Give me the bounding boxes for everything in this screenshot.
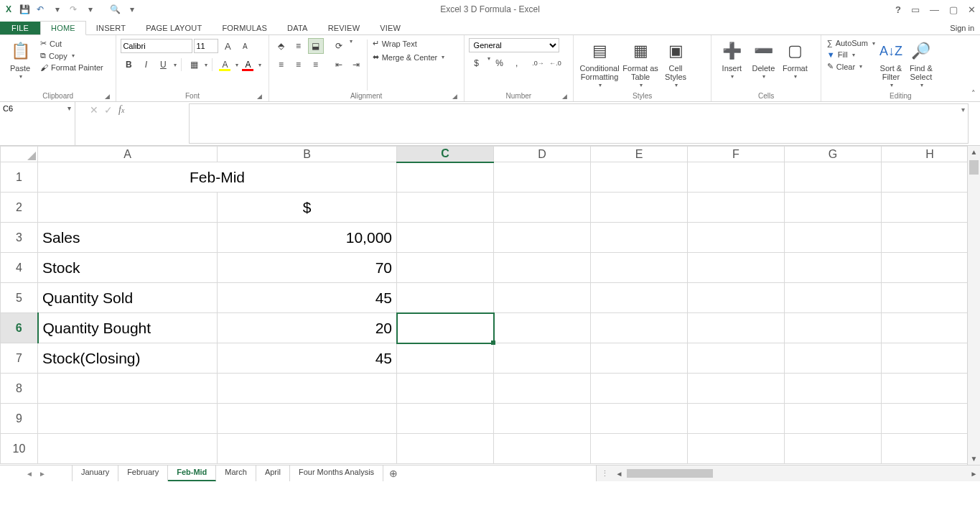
cell-G9[interactable] [785, 404, 882, 434]
wrap-text-button[interactable]: ↵ Wrap Text [370, 38, 447, 49]
cell-D3[interactable] [494, 223, 591, 253]
cell-E1[interactable] [591, 162, 688, 193]
cell-H4[interactable] [882, 253, 979, 283]
tab-page-layout[interactable]: PAGE LAYOUT [136, 22, 212, 34]
cell-C2[interactable] [397, 193, 494, 223]
number-launcher-icon[interactable]: ◢ [560, 93, 569, 101]
row-header-3[interactable]: 3 [1, 223, 38, 253]
cell-E9[interactable] [591, 404, 688, 434]
copy-dropdown-icon[interactable]: ▾ [72, 52, 75, 59]
row-header-4[interactable]: 4 [1, 253, 38, 283]
clipboard-launcher-icon[interactable]: ◢ [103, 93, 111, 101]
horizontal-scroll-track[interactable] [625, 469, 968, 478]
cell-E2[interactable] [591, 193, 688, 223]
clear-button[interactable]: ✎ Clear ▾ [826, 61, 877, 72]
font-size-combo[interactable] [194, 39, 218, 53]
col-header-C[interactable]: C [397, 147, 494, 162]
cell-D10[interactable] [494, 434, 591, 464]
find-select-button[interactable]: 🔎 Find & Select▾ [905, 38, 937, 90]
cell-G10[interactable] [785, 434, 882, 464]
cell-F10[interactable] [688, 434, 785, 464]
name-box[interactable]: ▾ [0, 102, 75, 145]
cell-E5[interactable] [591, 283, 688, 313]
tab-view[interactable]: VIEW [370, 22, 411, 34]
orientation-icon[interactable]: ⟳ [331, 38, 347, 54]
alignment-launcher-icon[interactable]: ◢ [451, 93, 459, 101]
align-right-icon[interactable]: ≡ [308, 57, 324, 73]
row-header-1[interactable]: 1 [1, 162, 38, 193]
cell-B2[interactable]: $ [218, 193, 397, 223]
tab-home[interactable]: HOME [40, 21, 86, 35]
insert-cells-button[interactable]: ➕ Insert▾ [716, 38, 747, 81]
font-launcher-icon[interactable]: ◢ [256, 93, 264, 101]
undo-icon[interactable]: ↶ [34, 4, 46, 15]
new-sheet-button[interactable]: ⊕ [383, 465, 403, 481]
cell-B5[interactable]: 45 [218, 283, 397, 313]
align-left-icon[interactable]: ≡ [274, 57, 289, 73]
decrease-indent-icon[interactable]: ⇤ [331, 57, 347, 73]
cell-D5[interactable] [494, 283, 591, 313]
sign-in-link[interactable]: Sign in [950, 24, 974, 32]
cell-E4[interactable] [591, 253, 688, 283]
cell-A3[interactable]: Sales [38, 223, 218, 253]
horizontal-scroll-thumb[interactable] [627, 469, 713, 478]
increase-indent-icon[interactable]: ⇥ [348, 57, 364, 73]
increase-font-icon[interactable]: A [220, 38, 235, 54]
vertical-scroll-thumb[interactable] [969, 160, 979, 175]
sheet-tab-four-months-analysis[interactable]: Four Months Analysis [290, 465, 383, 481]
qat-customize-icon[interactable]: ▾ [126, 4, 138, 15]
row-header-10[interactable]: 10 [1, 434, 38, 464]
tab-file[interactable]: FILE [0, 22, 40, 34]
cell-H2[interactable] [882, 193, 979, 223]
sheet-tab-feb-mid[interactable]: Feb-Mid [168, 465, 216, 481]
cell-F3[interactable] [688, 223, 785, 253]
cell-G2[interactable] [785, 193, 882, 223]
tab-data[interactable]: DATA [277, 22, 318, 34]
cell-G5[interactable] [785, 283, 882, 313]
paste-dropdown-icon[interactable]: ▾ [19, 73, 22, 81]
cell-A10[interactable] [38, 434, 218, 464]
cell-B4[interactable]: 70 [218, 253, 397, 283]
borders-button[interactable]: ▦ [186, 57, 202, 73]
col-header-H[interactable]: H [882, 147, 979, 162]
comma-format-button[interactable]: , [509, 55, 525, 71]
accounting-dropdown-icon[interactable]: ▾ [487, 55, 490, 71]
row-header-7[interactable]: 7 [1, 343, 38, 374]
cell-H8[interactable] [882, 374, 979, 404]
cell-G3[interactable] [785, 223, 882, 253]
tab-nav-next-icon[interactable]: ► [39, 470, 46, 478]
cell-B3[interactable]: 10,000 [218, 223, 397, 253]
cell-D8[interactable] [494, 374, 591, 404]
merge-center-button[interactable]: ⬌ Merge & Center ▾ [370, 52, 447, 62]
cell-G6[interactable] [785, 313, 882, 343]
minimize-icon[interactable]: — [930, 4, 939, 15]
cell-E7[interactable] [591, 343, 688, 374]
cell-A5[interactable]: Quantity Sold [38, 283, 218, 313]
cell-D7[interactable] [494, 343, 591, 374]
accounting-format-button[interactable]: $ [469, 55, 485, 71]
col-header-F[interactable]: F [688, 147, 785, 162]
font-color-button[interactable]: A [240, 57, 256, 73]
row-header-5[interactable]: 5 [1, 283, 38, 313]
tab-formulas[interactable]: FORMULAS [212, 22, 277, 34]
cancel-formula-icon[interactable]: ✕ [90, 104, 98, 116]
cell-G7[interactable] [785, 343, 882, 374]
cut-button[interactable]: ✂ Cut [39, 38, 105, 49]
close-icon[interactable]: ✕ [968, 4, 976, 15]
tab-split-handle[interactable]: ⋮ [597, 469, 613, 478]
borders-dropdown-icon[interactable]: ▾ [205, 62, 207, 68]
cell-H3[interactable] [882, 223, 979, 253]
cell-H7[interactable] [882, 343, 979, 374]
name-box-dropdown-icon[interactable]: ▾ [63, 102, 75, 112]
cell-G4[interactable] [785, 253, 882, 283]
italic-button[interactable]: I [138, 57, 154, 73]
cell-E8[interactable] [591, 374, 688, 404]
font-color-dropdown-icon[interactable]: ▾ [258, 62, 261, 68]
scroll-right-icon[interactable]: ► [968, 470, 980, 478]
align-center-icon[interactable]: ≡ [291, 57, 307, 73]
cell-E3[interactable] [591, 223, 688, 253]
redo-dropdown-icon[interactable]: ▾ [85, 4, 96, 15]
fill-color-button[interactable]: A [217, 57, 233, 73]
cell-styles-button[interactable]: ▣ Cell Styles▾ [660, 38, 691, 90]
worksheet-grid[interactable]: A B C D E F G H 1 Feb-Mid 2 $ [0, 146, 980, 465]
